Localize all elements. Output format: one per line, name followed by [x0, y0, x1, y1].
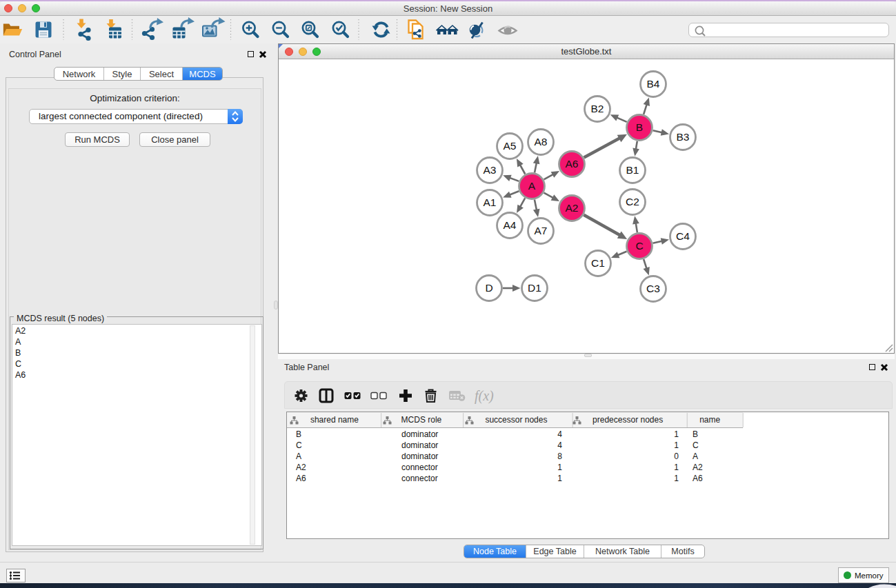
svg-text:D: D [485, 282, 492, 294]
svg-text:f(x): f(x) [475, 388, 494, 404]
svg-text:D1: D1 [528, 282, 541, 294]
svg-text:B1: B1 [626, 164, 639, 176]
svg-text:A1: A1 [484, 196, 497, 208]
svg-text:A: A [528, 180, 536, 192]
svg-text:A6: A6 [566, 158, 579, 170]
svg-text:A8: A8 [535, 136, 548, 148]
svg-text:B2: B2 [591, 103, 604, 114]
svg-text:C1: C1 [591, 257, 605, 269]
svg-text:B: B [636, 121, 643, 133]
svg-text:B3: B3 [677, 131, 690, 143]
svg-text:A2: A2 [566, 202, 579, 214]
svg-text:A5: A5 [504, 140, 517, 152]
svg-text:C: C [635, 240, 643, 252]
svg-text:C3: C3 [646, 283, 660, 294]
svg-text:A3: A3 [484, 164, 497, 176]
svg-text:A4: A4 [504, 219, 517, 231]
svg-text:C4: C4 [676, 230, 690, 242]
svg-text:C2: C2 [626, 196, 639, 207]
svg-text:A7: A7 [535, 225, 548, 236]
svg-text:B4: B4 [647, 78, 660, 90]
